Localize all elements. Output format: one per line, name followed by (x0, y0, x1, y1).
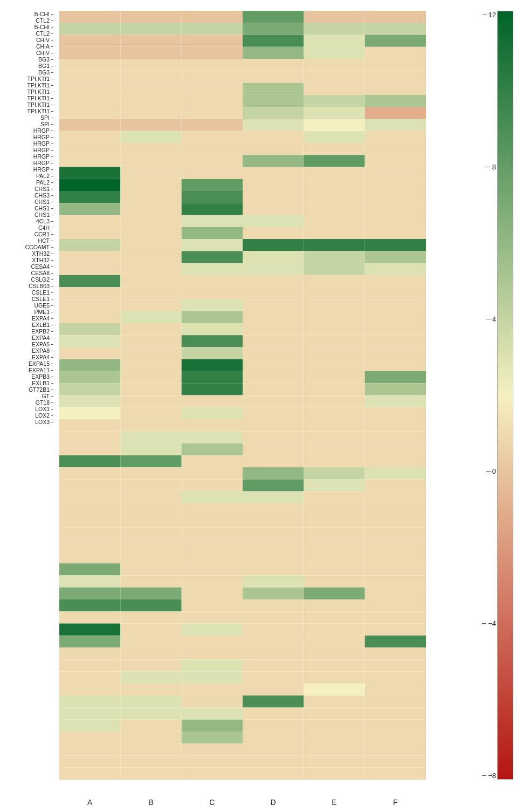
row-label: B-CHI (0, 11, 57, 17)
row-label: EXPA5 (0, 341, 57, 347)
col-label: B (120, 798, 181, 807)
colorbar-tick: 8 (486, 163, 496, 171)
row-label: EXLB1 (0, 322, 57, 328)
row-label: HRGP (0, 127, 57, 134)
row-label: BG3 (0, 69, 57, 76)
row-label: TPI,KTI1 (0, 95, 57, 101)
row-label: EXPA15 (0, 360, 57, 367)
colorbar-tick: 12 (483, 11, 496, 19)
colorbar-labels: 12840−4−8 (482, 11, 496, 780)
row-label: CHS1 (0, 199, 57, 205)
row-label: CHIA (0, 43, 57, 50)
row-label: XTH32 (0, 250, 57, 257)
row-labels: B-CHICTL2B-CHICTL2CHIVCHIACHIVBG3BG1BG3T… (0, 11, 57, 780)
row-label: PME1 (0, 309, 57, 315)
row-label: XTH32 (0, 257, 57, 263)
row-label: LOX3 (0, 419, 57, 425)
row-label: HRGP (0, 153, 57, 160)
row-label: SPI (0, 114, 57, 121)
row-label: HRGP (0, 140, 57, 147)
col-label: E (304, 798, 364, 807)
row-label: BG3 (0, 56, 57, 63)
row-label: TPI,KTI1 (0, 101, 57, 108)
row-label: PAL2 (0, 173, 57, 179)
col-label: C (182, 798, 243, 807)
col-labels: ABCDEF (59, 798, 426, 807)
row-label: LOX2 (0, 412, 57, 419)
row-label: C4H (0, 224, 57, 231)
colorbar-tick: −8 (482, 772, 496, 780)
row-label: CSLG2 (0, 276, 57, 283)
row-label: B-CHI (0, 24, 57, 30)
heatmap-canvas (59, 11, 426, 780)
row-label: CSLB03 (0, 283, 57, 289)
col-label: D (243, 798, 304, 807)
chart-container: B-CHICTL2B-CHICTL2CHIVCHIACHIVBG3BG1BG3T… (0, 0, 523, 812)
row-label: UGE5 (0, 302, 57, 309)
row-label: HRGP (0, 166, 57, 173)
row-label: 4CL3 (0, 218, 57, 224)
row-label: PAL2 (0, 179, 57, 186)
row-label: CCR1 (0, 231, 57, 237)
row-label: SPI (0, 121, 57, 127)
row-label: CSLE1 (0, 296, 57, 302)
row-label: GT18 (0, 399, 57, 406)
row-label: TPI,KTI1 (0, 76, 57, 82)
row-label: CHS1 (0, 186, 57, 192)
row-label: CTL2 (0, 30, 57, 37)
row-label: EXLB1 (0, 380, 57, 386)
row-label: HRGP (0, 134, 57, 140)
row-label: CCOAMT (0, 244, 57, 250)
row-label: CESA4 (0, 263, 57, 270)
row-label: HCT (0, 237, 57, 244)
col-label: A (59, 798, 120, 807)
row-label: CHIV (0, 37, 57, 43)
row-label: CESA8 (0, 270, 57, 276)
row-label: TPI,KTI1 (0, 88, 57, 95)
row-label: LOX1 (0, 406, 57, 412)
row-label: CTL2 (0, 17, 57, 24)
row-label: EXPA4 (0, 315, 57, 322)
row-label: EXPA8 (0, 347, 57, 354)
row-label: BG1 (0, 63, 57, 69)
row-label: CSLE1 (0, 289, 57, 296)
row-label: CHIV (0, 50, 57, 56)
colorbar-tick: 0 (486, 467, 496, 475)
colorbar (497, 11, 513, 780)
row-label: EXPA4 (0, 335, 57, 341)
row-label: TPI,KTI1 (0, 82, 57, 88)
row-label: EXPA11 (0, 367, 57, 373)
row-label: TPI,KTI1 (0, 108, 57, 114)
row-label: CHS1 (0, 205, 57, 211)
colorbar-tick: −4 (482, 619, 496, 627)
row-label: EXPB2 (0, 328, 57, 335)
col-label: F (365, 798, 426, 807)
row-label: CHS1 (0, 211, 57, 218)
row-label: GT72B1 (0, 386, 57, 393)
row-label: EXPA4 (0, 354, 57, 360)
colorbar-gradient (497, 11, 513, 780)
colorbar-tick: 4 (486, 315, 496, 323)
row-label: HRGP (0, 147, 57, 153)
row-label: HRGP (0, 160, 57, 166)
row-label: EXPB3 (0, 373, 57, 380)
row-label: GT (0, 393, 57, 399)
row-label: CHS3 (0, 192, 57, 199)
